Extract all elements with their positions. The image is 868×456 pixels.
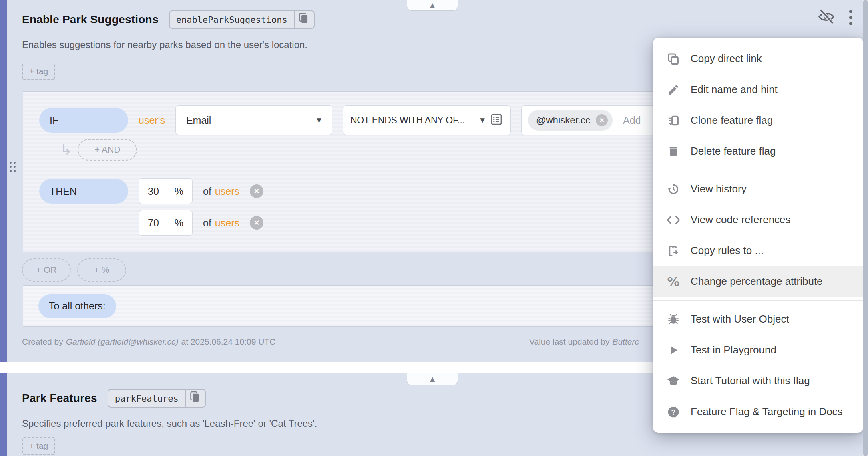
comparator-value: NOT ENDS WITH ANY OF... xyxy=(350,115,465,126)
remove-percentage-icon[interactable]: × xyxy=(250,216,263,230)
value-chip: @whisker.cc × xyxy=(528,110,613,131)
then-section: THEN 30 % of users × 70 % xyxy=(39,178,263,236)
percentage-input[interactable]: 70 % xyxy=(139,210,193,236)
flag-key: parkFeatures xyxy=(108,393,185,404)
and-row: ↳ + AND xyxy=(60,139,137,161)
percentage-value: 70 xyxy=(148,217,159,229)
menu-item-copy-direct-link[interactable]: Copy direct link xyxy=(653,43,863,74)
tutorial-icon xyxy=(666,373,681,389)
chevron-down-icon: ▼ xyxy=(317,117,321,124)
percentage-unit: % xyxy=(175,217,183,229)
menu-item-view-code-references[interactable]: View code references xyxy=(653,204,863,235)
flag-more-actions-button[interactable] xyxy=(842,8,859,27)
then-pill: THEN xyxy=(39,179,128,204)
created-prefix: Created by xyxy=(22,337,63,347)
flag-title-row: Enable Park Suggestions enableParkSugges… xyxy=(22,10,315,29)
percent-icon: % xyxy=(666,274,681,289)
copy-link-icon xyxy=(666,51,681,67)
subject-prefix: user's xyxy=(139,115,165,126)
created-name: Garfield (garfield@whisker.cc) xyxy=(66,337,179,347)
collapse-flag-button[interactable]: ▲ xyxy=(407,0,458,11)
updated-name: Butterc xyxy=(612,337,639,347)
of-label: of xyxy=(203,217,211,229)
percentage-unit: % xyxy=(175,186,183,197)
menu-item-start-tutorial[interactable]: Start Tutorial with this flag xyxy=(653,365,863,396)
value-chip-text: @whisker.cc xyxy=(536,115,590,126)
history-icon xyxy=(666,182,681,197)
copy-key-icon xyxy=(190,391,201,405)
hide-flag-button[interactable] xyxy=(817,9,836,26)
menu-item-test-in-playground[interactable]: Test in Playground xyxy=(653,335,863,365)
pencil-icon xyxy=(666,82,681,97)
add-and-condition-button[interactable]: + AND xyxy=(78,139,137,161)
docs-question-icon: ? xyxy=(666,404,681,420)
add-percentage-button[interactable]: + % xyxy=(77,258,126,282)
copy-rules-icon xyxy=(666,243,681,258)
clone-icon xyxy=(666,113,681,128)
if-pill: IF xyxy=(39,108,128,133)
value-updated-text: Value last updated by Butterc xyxy=(529,337,639,347)
collapse-flag-button[interactable]: ▲ xyxy=(407,373,458,385)
menu-item-clone-feature-flag[interactable]: Clone feature flag xyxy=(653,105,863,136)
percentage-value: 30 xyxy=(148,186,159,197)
trash-icon xyxy=(666,144,681,159)
menu-item-test-with-user-object[interactable]: Test with User Object xyxy=(653,304,863,335)
page-scrollbar[interactable] xyxy=(863,0,868,456)
add-tag-button[interactable]: + tag xyxy=(22,63,55,80)
collapse-icon: ▲ xyxy=(430,376,435,383)
scrollbar-thumb[interactable] xyxy=(863,0,868,456)
svg-text:?: ? xyxy=(671,408,675,416)
created-suffix: at 2025.06.24 10:09 UTC xyxy=(181,337,276,347)
flag-title-row: Park Features parkFeatures xyxy=(22,389,206,408)
flag-key: enableParkSuggestions xyxy=(170,15,294,25)
code-icon xyxy=(666,212,681,228)
rule-buttons-row: + OR + % xyxy=(22,258,126,282)
menu-item-change-percentage-attribute[interactable]: % Change percentage attribute xyxy=(653,266,863,297)
eye-slash-icon xyxy=(817,8,836,27)
play-icon xyxy=(666,343,681,358)
created-by-text: Created by Garfield (garfield@whisker.cc… xyxy=(22,337,275,347)
add-value-input[interactable]: Add xyxy=(623,115,641,126)
feature-flags-screen: Enable Park Suggestions enableParkSugges… xyxy=(0,0,868,456)
flag-context-menu: Copy direct link Edit name and hint Clon… xyxy=(653,38,863,433)
attribute-select[interactable]: Email ▼ xyxy=(175,105,332,135)
users-link[interactable]: users xyxy=(215,186,239,197)
add-tag-button[interactable]: + tag xyxy=(22,437,55,455)
to-all-others-pill: To all others: xyxy=(38,294,116,318)
of-label: of xyxy=(203,186,211,197)
menu-item-edit-name-and-hint[interactable]: Edit name and hint xyxy=(653,74,863,105)
menu-item-copy-rules-to[interactable]: Copy rules to ... xyxy=(653,235,863,266)
percentage-row: 70 % of users × xyxy=(39,210,263,236)
users-link[interactable]: users xyxy=(215,217,239,229)
menu-divider xyxy=(653,300,863,301)
flag-title: Park Features xyxy=(22,392,97,405)
menu-item-delete-feature-flag[interactable]: Delete feature flag xyxy=(653,136,863,167)
flag-description: Specifies preferred park features, such … xyxy=(22,418,317,429)
comparison-list-icon[interactable] xyxy=(490,113,503,128)
menu-item-docs[interactable]: ? Feature Flag & Targeting in Docs xyxy=(653,396,863,427)
updated-prefix: Value last updated by xyxy=(529,337,609,347)
bug-icon xyxy=(666,312,681,327)
flag-key-badge: enableParkSuggestions xyxy=(169,10,315,29)
menu-divider xyxy=(653,170,863,170)
attribute-value: Email xyxy=(186,115,211,126)
remove-value-icon[interactable]: × xyxy=(596,114,608,126)
percentage-input[interactable]: 30 % xyxy=(139,178,193,204)
add-or-rule-button[interactable]: + OR xyxy=(22,258,71,282)
nested-arrow-icon: ↳ xyxy=(60,143,72,157)
kebab-menu-icon xyxy=(849,10,852,13)
percentage-row: THEN 30 % of users × xyxy=(39,178,263,204)
collapse-icon: ▲ xyxy=(430,2,435,9)
flag-key-badge: parkFeatures xyxy=(108,389,206,408)
menu-item-view-history[interactable]: View history xyxy=(653,174,863,204)
copy-key-button[interactable] xyxy=(186,391,205,405)
flag-description: Enables suggestions for nearby parks bas… xyxy=(22,39,307,50)
comparator-select[interactable]: NOT ENDS WITH ANY OF... ▼ xyxy=(343,105,511,135)
drag-handle[interactable] xyxy=(10,162,16,172)
copy-key-icon xyxy=(299,13,309,26)
chevron-down-icon: ▼ xyxy=(480,117,485,124)
flag-title: Enable Park Suggestions xyxy=(22,13,159,26)
copy-key-button[interactable] xyxy=(295,13,314,26)
remove-percentage-icon[interactable]: × xyxy=(250,184,263,198)
